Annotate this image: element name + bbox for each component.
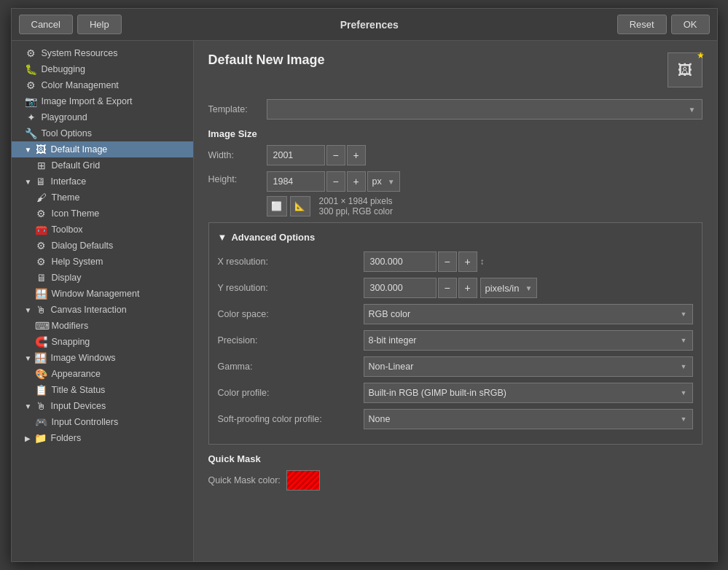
height-decrease-btn[interactable]: − <box>326 171 345 192</box>
color-space-select[interactable]: RGB color <box>364 304 693 324</box>
sidebar-item-playground[interactable]: ✦ Playground <box>12 109 193 125</box>
sidebar-item-image-import-export[interactable]: 📷 Image Import & Export <box>12 93 193 109</box>
sidebar-item-window-management[interactable]: 🪟 Window Management <box>12 286 193 302</box>
soft-proof-label: Soft-proofing color profile: <box>218 414 364 424</box>
image-size-label: Image Size <box>208 128 702 139</box>
color-profile-select[interactable]: Built-in RGB (GIMP built-in sRGB) <box>364 383 693 403</box>
width-decrease-btn[interactable]: − <box>326 145 345 165</box>
system-resources-icon: ⚙ <box>25 47 38 59</box>
sidebar-label-title-status: Title & Status <box>52 385 106 395</box>
cancel-button[interactable]: Cancel <box>19 15 73 34</box>
width-input-group: − + <box>267 145 366 165</box>
precision-select[interactable]: 8-bit integer <box>364 330 693 351</box>
y-res-increase-btn[interactable]: + <box>458 278 477 298</box>
sidebar-item-system-resources[interactable]: ⚙ System Resources <box>12 45 193 61</box>
template-row: Template: ▼ <box>208 99 702 120</box>
sidebar-item-default-image[interactable]: ▼ 🖼 Default Image <box>12 141 193 157</box>
precision-label: Precision: <box>218 335 364 345</box>
color-profile-select-wrapper: Built-in RGB (GIMP built-in sRGB) <box>364 383 693 403</box>
advanced-header[interactable]: ▼ Advanced Options <box>218 232 693 243</box>
sidebar-item-help-system[interactable]: ⚙ Help System <box>12 254 193 270</box>
sidebar-label-system-resources: System Resources <box>42 48 118 58</box>
height-increase-btn[interactable]: + <box>347 171 366 192</box>
x-res-decrease-btn[interactable]: − <box>438 251 457 272</box>
y-res-decrease-btn[interactable]: − <box>438 278 457 298</box>
sidebar-label-canvas-interaction: Canvas Interaction <box>51 305 127 315</box>
sidebar-item-debugging[interactable]: 🐛 Debugging <box>12 61 193 77</box>
portrait-btn[interactable]: 📐 <box>290 196 310 216</box>
sidebar-item-appearance[interactable]: 🎨 Appearance <box>12 366 193 382</box>
page-title: Default New Image <box>208 52 325 68</box>
sidebar-label-image-windows: Image Windows <box>51 353 116 363</box>
reset-button[interactable]: Reset <box>617 15 667 34</box>
sidebar-item-color-management[interactable]: ⚙ Color Management <box>12 77 193 93</box>
input-devices-icon: 🖱 <box>34 400 47 412</box>
y-resolution-label: Y resolution: <box>218 283 364 293</box>
width-input[interactable] <box>267 145 325 165</box>
advanced-options: ▼ Advanced Options X resolution: − + ↕ <box>208 222 702 445</box>
sidebar-label-input-controllers: Input Controllers <box>52 417 119 427</box>
gamma-select-wrapper: Non-Linear <box>364 356 693 377</box>
interface-toggle: ▼ <box>25 178 32 186</box>
help-button[interactable]: Help <box>77 15 122 34</box>
chain-top: ↕ <box>480 257 485 266</box>
sidebar-item-default-grid[interactable]: ⊞ Default Grid <box>12 157 193 173</box>
content-area: ⚙ System Resources 🐛 Debugging ⚙ Color M… <box>12 41 717 561</box>
sidebar-label-playground: Playground <box>42 112 87 122</box>
quick-mask-color-swatch[interactable] <box>286 470 320 491</box>
advanced-toggle-icon: ▼ <box>218 232 227 243</box>
y-resolution-input[interactable] <box>364 278 437 298</box>
color-space-row: Color space: RGB color <box>218 304 693 324</box>
sidebar-item-snapping[interactable]: 🧲 Snapping <box>12 334 193 350</box>
sidebar-label-interface: Interface <box>51 176 87 187</box>
sidebar-item-interface[interactable]: ▼ 🖥 Interface <box>12 173 193 190</box>
sidebar-item-canvas-interaction[interactable]: ▼ 🖱 Canvas Interaction <box>12 302 193 318</box>
preferences-dialog: Cancel Help Preferences Reset OK ⚙ Syste… <box>11 8 718 562</box>
sidebar-label-display: Display <box>52 273 82 283</box>
width-increase-btn[interactable]: + <box>347 145 366 165</box>
sidebar-item-dialog-defaults[interactable]: ⚙ Dialog Defaults <box>12 238 193 254</box>
soft-proof-select[interactable]: None <box>364 409 693 429</box>
sidebar-item-folders[interactable]: ▶ 📁 Folders <box>12 430 193 446</box>
resolution-unit-select[interactable]: pixels/in ▼ <box>480 278 538 298</box>
sidebar-label-default-grid: Default Grid <box>52 160 101 171</box>
default-grid-icon: ⊞ <box>35 160 48 171</box>
sidebar-item-modifiers[interactable]: ⌨ Modifiers <box>12 318 193 334</box>
sidebar-item-theme[interactable]: 🖌 Theme <box>12 190 193 206</box>
sidebar-item-display[interactable]: 🖥 Display <box>12 270 193 286</box>
playground-icon: ✦ <box>25 112 38 123</box>
sidebar-item-icon-theme[interactable]: ⚙ Icon Theme <box>12 206 193 222</box>
sidebar-item-title-status[interactable]: 📋 Title & Status <box>12 382 193 398</box>
template-select[interactable]: ▼ <box>267 99 702 120</box>
sidebar-label-help-system: Help System <box>52 257 103 267</box>
y-resolution-group: − + <box>364 278 477 298</box>
debugging-icon: 🐛 <box>25 63 38 75</box>
help-system-icon: ⚙ <box>35 256 48 268</box>
main-header: Default New Image 🖼 ★ <box>208 52 702 87</box>
landscape-btn[interactable]: ⬜ <box>267 196 287 216</box>
sidebar-label-theme: Theme <box>52 192 80 203</box>
toolbox-icon: 🧰 <box>35 224 48 235</box>
sidebar-item-tool-options[interactable]: 🔧 Tool Options <box>12 125 193 141</box>
sidebar-label-icon-theme: Icon Theme <box>52 208 100 219</box>
sidebar-label-default-image: Default Image <box>51 144 108 155</box>
precision-select-wrapper: 8-bit integer <box>364 330 693 351</box>
y-resolution-row: Y resolution: − + pixels/in ▼ <box>218 278 693 298</box>
sidebar-item-image-windows[interactable]: ▼ 🪟 Image Windows <box>12 350 193 366</box>
soft-proof-row: Soft-proofing color profile: None <box>218 409 693 429</box>
height-input[interactable] <box>267 171 325 192</box>
sidebar-item-input-controllers[interactable]: 🎮 Input Controllers <box>12 414 193 430</box>
sidebar-label-image-import-export: Image Import & Export <box>42 96 133 106</box>
width-row: Width: − + <box>208 145 702 165</box>
image-windows-toggle: ▼ <box>25 354 32 362</box>
sidebar-label-window-management: Window Management <box>52 289 140 299</box>
ok-button[interactable]: OK <box>671 15 710 34</box>
x-resolution-input[interactable] <box>364 251 437 272</box>
sidebar-item-toolbox[interactable]: 🧰 Toolbox <box>12 222 193 238</box>
sidebar-item-input-devices[interactable]: ▼ 🖱 Input Devices <box>12 398 193 414</box>
height-controls: − + px ▼ ⬜ 📐 2001 × 1984 pixels 300 ppi,… <box>267 171 400 216</box>
sidebar-label-color-management: Color Management <box>42 80 119 90</box>
gamma-select[interactable]: Non-Linear <box>364 356 693 377</box>
unit-select[interactable]: px ▼ <box>367 171 400 192</box>
x-res-increase-btn[interactable]: + <box>458 251 477 272</box>
